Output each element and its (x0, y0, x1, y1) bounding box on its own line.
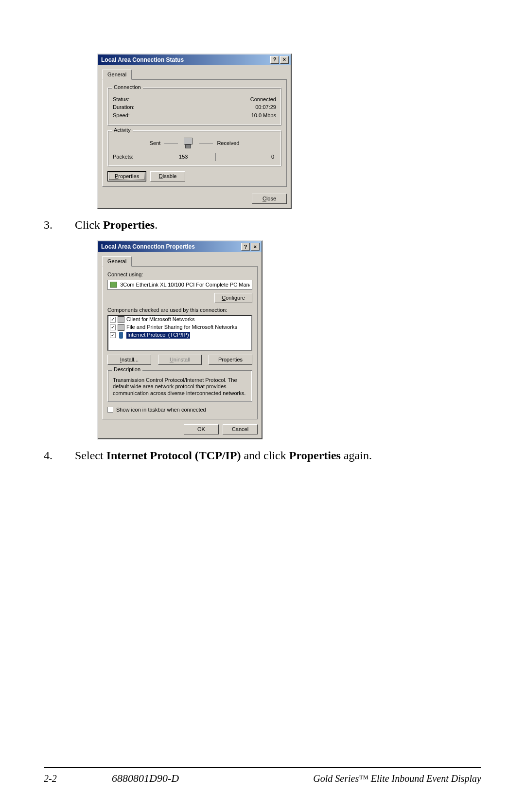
connect-using-label: Connect using: (107, 271, 252, 278)
close-icon[interactable]: × (280, 56, 289, 64)
lan-status-titlebar: Local Area Connection Status ? × (98, 54, 291, 65)
document-id: 6880801D90-D (112, 772, 179, 785)
group-connection-legend: Connection (112, 84, 143, 90)
show-icon-label: Show icon in taskbar when connected (116, 407, 206, 413)
packets-received-value: 0 (221, 154, 277, 160)
component-label: Client for Microsoft Networks (126, 316, 195, 323)
group-connection: Connection Status: Connected Duration: 0… (107, 88, 281, 126)
page-footer: 2-2 6880801D90-D Gold Series™ Elite Inbo… (44, 767, 481, 785)
duration-label: Duration: (113, 104, 135, 110)
instruction-step-3: 3.Click Properties. (60, 218, 481, 232)
lan-properties-titlebar: Local Area Connection Properties ? × (98, 241, 262, 252)
product-name: Gold Series™ Elite Inbound Event Display (179, 773, 481, 784)
cancel-button[interactable]: Cancel (223, 424, 258, 434)
activity-line-left (164, 143, 178, 144)
service-icon (118, 324, 124, 331)
nic-icon (110, 282, 117, 288)
adapter-field: 3Com EtherLink XL 10/100 PCI For Complet… (107, 280, 252, 290)
status-label: Status: (113, 96, 129, 103)
group-activity: Activity Sent Received Packets: 153 (107, 130, 281, 166)
component-checkbox[interactable] (110, 325, 116, 330)
component-label: Internet Protocol (TCP/IP) (126, 332, 190, 338)
group-description-legend: Description (112, 366, 142, 373)
packets-sent-value: 153 (157, 154, 210, 160)
activity-line-right (199, 143, 213, 144)
show-icon-checkbox[interactable] (107, 407, 113, 413)
speed-label: Speed: (113, 112, 130, 119)
tab-general[interactable]: General (102, 70, 132, 80)
components-label: Components checked are used by this conn… (107, 307, 252, 313)
description-text: Transmission Control Protocol/Internet P… (113, 377, 247, 397)
install-button[interactable]: Install... (107, 355, 151, 365)
list-item[interactable]: Client for Microsoft Networks (108, 316, 251, 324)
component-checkbox[interactable] (110, 317, 116, 323)
tab-general-2[interactable]: General (102, 256, 132, 267)
service-icon (118, 316, 124, 323)
properties-button[interactable]: Properties (107, 171, 146, 181)
group-activity-legend: Activity (112, 127, 133, 133)
page-number: 2-2 (44, 773, 112, 784)
list-item[interactable]: File and Printer Sharing for Microsoft N… (108, 324, 251, 331)
component-label: File and Printer Sharing for Microsoft N… (126, 324, 237, 330)
network-activity-icon (182, 138, 195, 149)
duration-value: 00:07:29 (255, 104, 276, 110)
close-icon-2[interactable]: × (251, 243, 260, 251)
speed-value: 10.0 Mbps (251, 112, 276, 119)
components-listbox[interactable]: Client for Microsoft NetworksFile and Pr… (107, 315, 252, 351)
help-button[interactable]: ? (270, 56, 279, 64)
uninstall-button: Uninstall (158, 355, 202, 365)
activity-received-label: Received (217, 140, 239, 146)
list-item[interactable]: Internet Protocol (TCP/IP) (108, 331, 251, 339)
lan-properties-title: Local Area Connection Properties (101, 243, 240, 250)
lan-status-dialog: Local Area Connection Status ? × General… (97, 54, 292, 209)
close-button[interactable]: Close (252, 194, 287, 204)
configure-button[interactable]: Configure (214, 293, 252, 303)
packets-separator (215, 153, 216, 161)
ok-button[interactable]: OK (184, 424, 219, 434)
help-button-2[interactable]: ? (241, 243, 250, 251)
adapter-name: 3Com EtherLink XL 10/100 PCI For Complet… (120, 282, 250, 288)
lan-properties-dialog: Local Area Connection Properties ? × Gen… (97, 240, 262, 439)
disable-button[interactable]: Disable (150, 171, 185, 181)
component-checkbox[interactable] (110, 332, 116, 338)
protocol-icon (118, 332, 124, 339)
group-description: Description Transmission Control Protoco… (107, 370, 252, 402)
status-value: Connected (250, 96, 276, 103)
packets-label: Packets: (113, 154, 157, 160)
lan-status-title: Local Area Connection Status (101, 56, 269, 63)
instruction-step-4: 4.Select Internet Protocol (TCP/IP) and … (60, 449, 481, 462)
activity-sent-label: Sent (150, 140, 161, 146)
properties-button-2[interactable]: Properties (209, 355, 252, 365)
